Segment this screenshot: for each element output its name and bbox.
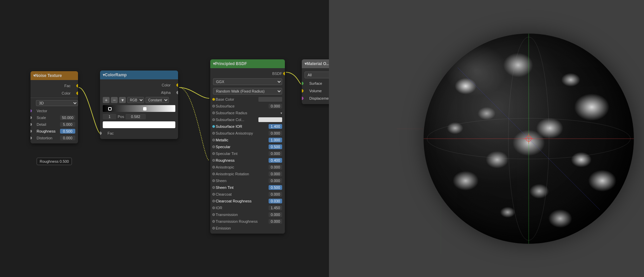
bsdf-anisorot-socket[interactable] [212,173,215,175]
bsdf-speculartint-value[interactable]: 0.000 [269,151,282,156]
material-surface-socket[interactable] [302,82,304,85]
bsdf-randomwalk-dropdown[interactable]: Random Walk (Fixed Radius) [213,88,282,95]
principled-bsdf-node: ▾ Principled BSDF BSDF GGX Random Walk (… [210,59,285,234]
bsdf-basecolor-socket[interactable] [212,98,215,101]
bsdf-clearcoat-socket[interactable] [212,193,215,196]
bsdf-roughness-socket[interactable] [212,159,215,162]
ramp-fac-row: Fac [100,130,178,137]
bsdf-emission-socket[interactable] [212,227,215,230]
bsdf-ior-socket[interactable] [212,206,215,209]
viewport-3d[interactable] [329,0,644,277]
ramp-color-socket[interactable] [176,83,178,87]
bsdf-transmission-value[interactable]: 0.000 [269,212,282,217]
bsdf-ssaniso-socket[interactable] [212,132,215,135]
bsdf-ggx-dropdown[interactable]: GGX [213,78,282,85]
ramp-add-button[interactable]: + [103,97,110,103]
tooltip-text: Roughness 0.500 [40,159,69,163]
bsdf-ssior-value[interactable]: 1.400 [269,124,282,129]
bsdf-clearcoatrough-label: Clearcoat Roughness [216,199,269,203]
ramp-color-preview[interactable] [103,121,175,128]
ramp-color-mode-dropdown[interactable]: RGB [127,97,144,103]
material-volume-socket[interactable] [302,89,304,93]
bsdf-ssior-label: Subsurface IOR [216,124,269,128]
noise-dimension-dropdown[interactable]: 3D [36,100,78,106]
bsdf-sheentint-value[interactable]: 0.500 [269,185,282,190]
bsdf-clearcoat-value[interactable]: 0.000 [269,192,282,197]
bsdf-transrough-value[interactable]: 0.000 [269,219,282,224]
noise-detail-label: Detail [33,122,60,126]
bsdf-transrough-row: Transmission Roughness 0.000 [210,218,285,225]
ramp-fac-socket[interactable] [100,132,102,135]
noise-distortion-socket[interactable] [31,137,32,139]
bsdf-transmission-socket[interactable] [212,213,215,216]
noise-color-socket[interactable] [76,92,78,95]
bsdf-sheentint-label: Sheen Tint [216,185,269,190]
roughness-tooltip: Roughness 0.500 [37,158,72,165]
ramp-interpolation-dropdown[interactable]: Constant [145,97,169,103]
bsdf-metallic-value[interactable]: 1.000 [269,138,282,142]
ramp-toolbar: + − ▾ RGB Constant [100,96,178,104]
noise-distortion-label: Distortion [33,136,60,140]
material-surface-label: Surface [305,81,322,85]
bsdf-transrough-label: Transmission Roughness [216,219,269,223]
principled-body: BSDF GGX Random Walk (Fixed Radius) Base… [210,68,285,234]
bsdf-metallic-socket[interactable] [212,139,215,141]
noise-distortion-value[interactable]: 0.000 [60,136,75,140]
bsdf-specular-value[interactable]: 0.500 [269,144,282,149]
bsdf-speculartint-socket[interactable] [212,152,215,155]
node-editor[interactable]: ▾ Noise Texture Fac Color 3D [0,0,329,277]
ramp-alpha-socket[interactable] [176,91,178,94]
material-displacement-label: Displacement [305,96,332,100]
ramp-remove-button[interactable]: − [111,97,118,103]
bsdf-ssaniso-value[interactable]: 0.000 [269,131,282,136]
noise-roughness-socket[interactable] [31,130,32,133]
noise-fac-socket[interactable] [76,84,78,87]
bsdf-anisorot-value[interactable]: 0.000 [269,172,282,176]
bsdf-transmission-row: Transmission 0.000 [210,211,285,218]
bsdf-output-label: BSDF [213,72,282,76]
bsdf-ior-value[interactable]: 1.450 [269,205,282,210]
noise-roughness-label: Roughness [33,129,60,133]
ramp-alpha-output-row: Alpha [100,89,178,96]
noise-roughness-value[interactable]: 0.500 [60,129,75,134]
bsdf-roughness-value[interactable]: 0.400 [269,158,282,163]
bsdf-clearcoatrough-row: Clearcoat Roughness 0.030 [210,198,285,204]
bsdf-transrough-socket[interactable] [212,220,215,223]
bsdf-roughness-label: Roughness [216,158,269,162]
bsdf-subsurface-socket[interactable] [212,105,215,107]
bsdf-sheen-socket[interactable] [212,179,215,182]
noise-scale-value[interactable]: 50.000 [60,115,75,120]
ramp-stop-2[interactable] [143,107,147,113]
bsdf-anisotropic-socket[interactable] [212,166,215,169]
noise-detail-row: Detail 5.000 [31,121,78,128]
bsdf-roughness-row: Roughness 0.400 [210,157,285,164]
color-ramp-bar[interactable] [103,105,175,112]
noise-vector-socket[interactable] [31,110,32,112]
noise-detail-socket[interactable] [31,123,32,126]
bsdf-clearcoatrough-socket[interactable] [212,200,215,202]
bsdf-specular-socket[interactable] [212,145,215,148]
bsdf-subsurface-value[interactable]: 0.000 [269,104,282,108]
bsdf-sheen-value[interactable]: 0.000 [269,178,282,183]
bsdf-output-row: BSDF [210,70,285,77]
bsdf-anisotropic-value[interactable]: 0.000 [269,165,282,170]
ramp-index-field[interactable] [103,114,116,119]
bsdf-sscolor-socket[interactable] [212,118,215,121]
bsdf-output-socket[interactable] [283,72,285,75]
bsdf-ssior-socket[interactable] [212,125,215,128]
bsdf-sscolor-swatch[interactable] [258,117,282,122]
ramp-stop-1[interactable] [108,107,112,113]
bsdf-sheentint-socket[interactable] [212,186,215,189]
ramp-pos-label: Pos [118,115,124,119]
bsdf-metallic-label: Metallic [216,138,269,142]
ramp-menu-button[interactable]: ▾ [119,97,126,103]
noise-scale-socket[interactable] [31,116,32,119]
bsdf-basecolor-swatch[interactable] [258,97,282,102]
bsdf-clearcoatrough-value[interactable]: 0.030 [269,199,282,203]
ramp-pos-value-field[interactable] [125,114,146,119]
noise-detail-value[interactable]: 5.000 [60,122,75,127]
noise-vector-label: Vector [33,109,75,113]
material-displacement-socket[interactable] [302,97,304,100]
sphere-axis-svg [424,34,634,244]
bsdf-ssradius-socket[interactable] [212,112,215,114]
